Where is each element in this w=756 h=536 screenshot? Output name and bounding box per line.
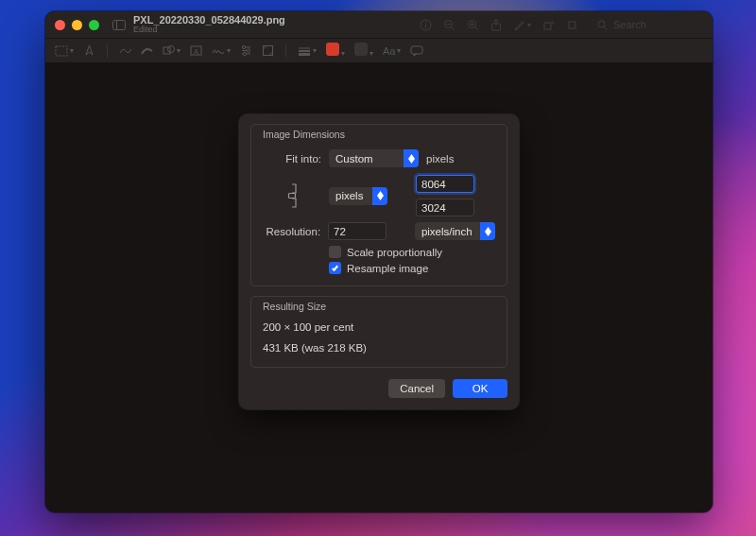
zoom-in-icon[interactable] <box>467 19 479 31</box>
info-icon[interactable] <box>420 19 432 31</box>
markup-icon[interactable]: ▾ <box>513 19 531 31</box>
text-icon[interactable]: A <box>190 45 202 56</box>
fit-into-select[interactable]: Custom <box>329 149 419 167</box>
svg-marker-36 <box>408 159 415 164</box>
rotate-icon[interactable] <box>542 19 555 31</box>
svg-point-4 <box>425 21 427 23</box>
scale-proportionally-checkbox[interactable]: Scale proportionally <box>329 246 495 258</box>
fit-into-suffix: pixels <box>426 153 454 164</box>
result-dimensions-text: 200 × 100 per cent <box>263 321 495 333</box>
resulting-size-group: Resulting Size 200 × 100 per cent 431 KB… <box>250 296 507 368</box>
app-window: PXL_20220330_052844029.png Edited ▾ Sear… <box>45 11 713 512</box>
resize-dialog: Image Dimensions Fit into: Custom pixels… <box>239 114 519 409</box>
line-weight-icon[interactable]: ▾ <box>298 46 317 56</box>
checkbox-checked-icon <box>329 262 341 274</box>
fit-into-value: Custom <box>335 153 373 164</box>
result-filesize-text: 431 KB (was 218 KB) <box>263 342 495 354</box>
svg-rect-34 <box>411 46 422 54</box>
annotate-icon[interactable] <box>410 45 423 57</box>
resulting-size-label: Resulting Size <box>263 301 495 312</box>
svg-rect-18 <box>56 46 67 56</box>
search-input[interactable]: Search <box>590 17 703 32</box>
svg-point-16 <box>598 21 605 27</box>
edited-status-label: Edited <box>133 26 285 35</box>
sign-icon[interactable]: ▾ <box>212 45 231 56</box>
fullscreen-window-button[interactable] <box>89 20 99 30</box>
stroke-color-swatch[interactable]: ▾ <box>326 43 345 59</box>
draw-icon[interactable] <box>141 45 153 56</box>
resolution-input[interactable] <box>328 222 387 240</box>
resolution-label: Resolution: <box>263 226 320 237</box>
dimension-unit-value: pixels <box>335 190 363 201</box>
selection-tool-icon[interactable]: ▾ <box>55 45 74 57</box>
share-icon[interactable] <box>490 19 502 31</box>
svg-line-6 <box>452 26 455 29</box>
select-stepper-icon <box>404 149 419 167</box>
width-input[interactable] <box>416 175 474 193</box>
height-input[interactable] <box>416 199 474 216</box>
svg-rect-15 <box>569 22 576 28</box>
svg-point-28 <box>247 49 249 52</box>
window-title: PXL_20220330_052844029.png Edited <box>133 14 285 35</box>
checkbox-unchecked-icon <box>329 246 341 258</box>
zoom-out-icon[interactable] <box>443 19 455 31</box>
svg-rect-19 <box>163 47 170 54</box>
resample-image-label: Resample image <box>347 263 428 274</box>
fill-color-swatch[interactable]: ▾ <box>354 43 373 59</box>
image-dimensions-group: Image Dimensions Fit into: Custom pixels… <box>250 124 507 286</box>
toolbar-right: ▾ Search <box>420 17 703 32</box>
svg-rect-0 <box>113 20 126 29</box>
select-stepper-icon <box>372 187 387 205</box>
svg-text:A: A <box>194 48 198 55</box>
minimize-window-button[interactable] <box>72 20 82 30</box>
adjust-size-icon[interactable] <box>262 44 274 57</box>
search-placeholder: Search <box>613 19 646 30</box>
search-icon <box>597 20 608 30</box>
svg-rect-14 <box>544 23 551 29</box>
fit-into-label: Fit into: <box>263 153 321 164</box>
svg-point-29 <box>243 52 246 55</box>
lock-aspect-icon[interactable] <box>285 182 299 210</box>
resolution-unit-value: pixels/inch <box>421 226 472 237</box>
svg-point-20 <box>168 46 175 53</box>
close-window-button[interactable] <box>55 20 65 30</box>
svg-point-27 <box>242 45 245 48</box>
svg-rect-37 <box>289 194 296 199</box>
svg-line-9 <box>475 26 478 29</box>
ok-button[interactable]: OK <box>453 379 507 398</box>
window-controls <box>55 20 99 30</box>
svg-line-17 <box>604 26 607 29</box>
markup-toolbar: ▾ ▾ A ▾ ▾ ▾ ▾ Aa▾ <box>45 38 713 62</box>
adjust-color-icon[interactable] <box>240 45 252 56</box>
instant-alpha-icon[interactable] <box>83 44 95 57</box>
text-style-icon[interactable]: Aa▾ <box>383 45 401 57</box>
svg-marker-39 <box>377 196 384 200</box>
select-stepper-icon <box>480 222 495 240</box>
titlebar: PXL_20220330_052844029.png Edited ▾ Sear… <box>45 11 713 38</box>
image-dimensions-label: Image Dimensions <box>263 129 495 140</box>
cancel-button[interactable]: Cancel <box>388 379 445 398</box>
scale-proportionally-label: Scale proportionally <box>347 247 442 258</box>
sketch-icon[interactable] <box>119 45 131 56</box>
dimension-unit-select[interactable]: pixels <box>329 187 387 205</box>
svg-marker-41 <box>485 232 491 236</box>
resolution-unit-select[interactable]: pixels/inch <box>415 222 495 240</box>
resample-image-checkbox[interactable]: Resample image <box>329 262 495 274</box>
shapes-icon[interactable]: ▾ <box>163 44 180 57</box>
sidebar-toggle-icon[interactable] <box>112 20 126 30</box>
crop-icon[interactable] <box>566 19 578 31</box>
